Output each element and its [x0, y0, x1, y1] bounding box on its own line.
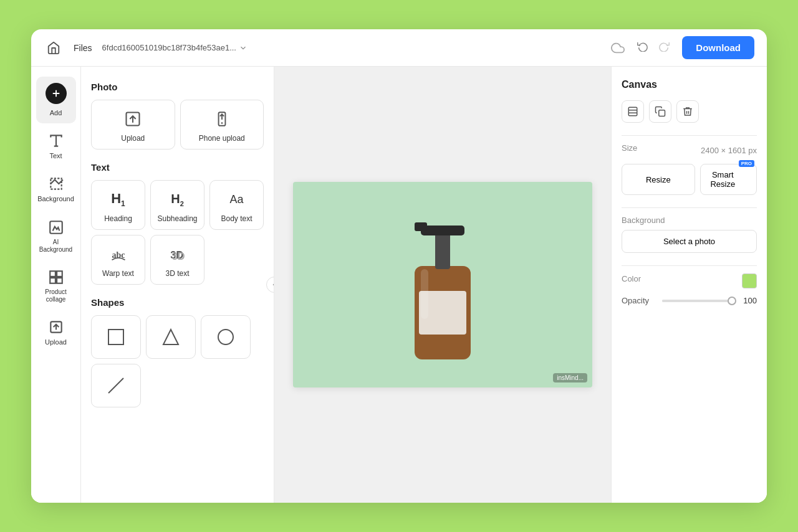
- upload-photo-icon: [123, 109, 143, 129]
- svg-rect-25: [435, 232, 450, 269]
- background-label: Background: [622, 216, 757, 225]
- divider-2: [622, 207, 757, 208]
- svg-text:3D: 3D: [171, 250, 185, 262]
- sidebar-add-label: Add: [50, 109, 62, 117]
- duplicate-tool-button[interactable]: [649, 100, 671, 123]
- svg-rect-7: [50, 278, 55, 283]
- delete-tool-button[interactable]: [676, 100, 699, 123]
- size-section: Size 2400 × 1601 px Resize Smart Resize …: [622, 143, 757, 195]
- sidebar-item-product-collage[interactable]: Product collage: [36, 262, 76, 310]
- subheading-icon: H2: [168, 189, 188, 209]
- opacity-label: Opacity: [622, 296, 656, 305]
- heading-icon: H1: [108, 189, 128, 209]
- size-label: Size: [622, 143, 637, 153]
- ai-background-icon: [47, 219, 65, 236]
- sidebar-item-ai-background[interactable]: AI Background: [36, 212, 76, 260]
- divider-1: [622, 135, 757, 136]
- svg-rect-27: [415, 222, 427, 231]
- divider-3: [622, 265, 757, 266]
- left-panel: Photo Upload: [81, 67, 274, 503]
- shapes-row-2: [91, 364, 264, 407]
- text-section: Text H1 Heading H2 Subheading: [91, 162, 264, 285]
- home-button[interactable]: [44, 38, 64, 58]
- product-image: [387, 197, 499, 372]
- history-controls: [635, 38, 672, 57]
- shapes-section: Shapes: [91, 297, 264, 407]
- sidebar-item-add[interactable]: Add: [36, 77, 76, 123]
- opacity-slider[interactable]: [662, 300, 732, 302]
- svg-rect-19: [108, 330, 123, 344]
- triangle-shape-card[interactable]: [146, 315, 196, 359]
- phone-upload-label: Phone upload: [199, 134, 245, 143]
- sidebar-text-label: Text: [49, 152, 62, 160]
- main-layout: Add Text Background: [31, 67, 767, 503]
- shapes-section-title: Shapes: [91, 297, 264, 308]
- opacity-row: Opacity 100: [622, 296, 757, 305]
- circle-shape-card[interactable]: [201, 315, 251, 359]
- style-tool-button[interactable]: [622, 100, 644, 123]
- body-text-icon: Aa: [227, 189, 247, 209]
- text-icon: [47, 132, 65, 150]
- svg-rect-28: [421, 269, 428, 319]
- undo-button[interactable]: [635, 38, 651, 57]
- color-section: Color Opacity 100: [622, 273, 757, 305]
- photo-tools: Upload Phone upload: [91, 100, 264, 150]
- download-button[interactable]: Download: [682, 36, 754, 59]
- upload-photo-label: Upload: [121, 134, 145, 143]
- svg-rect-6: [57, 271, 62, 277]
- body-text-card[interactable]: Aa Body text: [209, 180, 264, 230]
- color-swatch[interactable]: [742, 273, 757, 288]
- smart-resize-button[interactable]: Smart Resize: [700, 164, 757, 195]
- sidebar: Add Text Background: [31, 67, 81, 503]
- svg-rect-26: [421, 226, 464, 235]
- warp-text-icon: abc: [108, 244, 128, 264]
- subheading-label: Subheading: [157, 214, 197, 223]
- upload-photo-card[interactable]: Upload: [91, 100, 175, 150]
- sidebar-item-upload[interactable]: Upload: [36, 312, 76, 353]
- canvas-content[interactable]: insMind...: [293, 182, 592, 387]
- filename-display[interactable]: 6fdcd160051019bc18f73b4fe53ae1...: [102, 43, 248, 52]
- text-tools: H1 Heading H2 Subheading Aa: [91, 180, 264, 285]
- sidebar-upload-label: Upload: [45, 338, 67, 346]
- svg-point-21: [218, 330, 233, 344]
- canvas-tools: [622, 100, 757, 123]
- warp-text-label: Warp text: [102, 269, 134, 278]
- background-section: Background Select a photo: [622, 216, 757, 253]
- svg-marker-20: [163, 330, 178, 344]
- heading-label: Heading: [104, 214, 132, 223]
- background-icon: [47, 175, 65, 192]
- sidebar-ai-bg-label: AI Background: [39, 239, 72, 254]
- watermark: insMind...: [553, 373, 587, 382]
- phone-upload-card[interactable]: Phone upload: [180, 100, 264, 150]
- cloud-icon: [611, 41, 625, 55]
- sidebar-item-text[interactable]: Text: [36, 126, 76, 166]
- sidebar-item-background[interactable]: Background: [36, 169, 76, 209]
- redo-button[interactable]: [656, 38, 672, 57]
- add-icon: [46, 83, 67, 104]
- canvas-area: insMind...: [274, 67, 611, 503]
- 3d-text-card[interactable]: 3D 3D 3D text: [150, 235, 204, 285]
- sidebar-collage-label: Product collage: [41, 288, 71, 303]
- svg-rect-29: [628, 107, 637, 116]
- square-shape-card[interactable]: [91, 315, 141, 359]
- photo-section-title: Photo: [91, 82, 264, 92]
- warp-text-card[interactable]: abc Warp text: [91, 235, 145, 285]
- svg-rect-5: [50, 271, 55, 277]
- photo-section: Photo Upload: [91, 82, 264, 150]
- opacity-value: 100: [738, 296, 757, 305]
- product-collage-icon: [47, 268, 65, 286]
- 3d-text-label: 3D text: [165, 269, 189, 278]
- heading-card[interactable]: H1 Heading: [91, 180, 145, 230]
- files-label[interactable]: Files: [74, 43, 92, 53]
- select-photo-button[interactable]: Select a photo: [622, 230, 757, 253]
- subheading-card[interactable]: H2 Subheading: [150, 180, 204, 230]
- pro-badge: Pro: [739, 160, 754, 167]
- size-value: 2400 × 1601 px: [701, 146, 757, 155]
- right-panel-title: Canvas: [622, 79, 757, 90]
- resize-button[interactable]: Resize: [622, 164, 695, 195]
- collapse-panel-button[interactable]: [266, 277, 274, 293]
- svg-rect-8: [57, 278, 62, 283]
- svg-rect-32: [659, 110, 665, 116]
- line-shape-card[interactable]: [91, 364, 141, 407]
- body-text-label: Body text: [221, 214, 252, 223]
